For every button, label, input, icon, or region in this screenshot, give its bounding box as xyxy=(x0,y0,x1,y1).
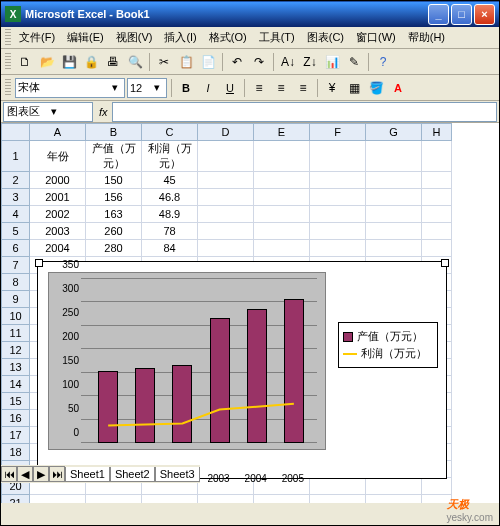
font-color-button[interactable]: A xyxy=(388,78,408,98)
fill-color-button[interactable]: 🪣 xyxy=(366,78,386,98)
cell[interactable]: 2000 xyxy=(30,172,86,189)
select-all[interactable] xyxy=(2,124,30,141)
col-header[interactable]: H xyxy=(422,124,452,141)
grip-icon[interactable] xyxy=(5,29,11,47)
align-center-button[interactable]: ≡ xyxy=(271,78,291,98)
sheet-tab[interactable]: Sheet1 xyxy=(65,467,110,482)
cell[interactable] xyxy=(366,141,422,172)
paste-button[interactable]: 📄 xyxy=(198,52,218,72)
close-button[interactable]: × xyxy=(474,4,495,25)
new-button[interactable]: 🗋 xyxy=(15,52,35,72)
cell[interactable]: 78 xyxy=(142,223,198,240)
cell[interactable]: 年份 xyxy=(30,141,86,172)
save-button[interactable]: 💾 xyxy=(59,52,79,72)
font-size-combo[interactable]: 12▾ xyxy=(127,78,167,98)
menu-file[interactable]: 文件(F) xyxy=(13,28,61,47)
grip-icon[interactable] xyxy=(5,79,11,97)
sheet-tab[interactable]: Sheet2 xyxy=(110,467,155,482)
underline-button[interactable]: U xyxy=(220,78,240,98)
row-header[interactable]: 7 xyxy=(2,257,30,274)
help-button[interactable]: ? xyxy=(373,52,393,72)
col-header[interactable]: F xyxy=(310,124,366,141)
row-header[interactable]: 4 xyxy=(2,206,30,223)
row-header[interactable]: 6 xyxy=(2,240,30,257)
preview-button[interactable]: 🔍 xyxy=(125,52,145,72)
row-header[interactable]: 10 xyxy=(2,308,30,325)
worksheet-area[interactable]: A B C D E F G H 1年份产值（万元）利润（万元） 22000150… xyxy=(1,123,499,503)
cell[interactable]: 2003 xyxy=(30,223,86,240)
col-header[interactable]: G xyxy=(366,124,422,141)
permission-button[interactable]: 🔒 xyxy=(81,52,101,72)
col-header[interactable]: C xyxy=(142,124,198,141)
cell[interactable]: 45 xyxy=(142,172,198,189)
col-header[interactable]: B xyxy=(86,124,142,141)
menu-chart[interactable]: 图表(C) xyxy=(301,28,350,47)
drawing-button[interactable]: ✎ xyxy=(344,52,364,72)
chevron-down-icon[interactable]: ▾ xyxy=(48,105,92,118)
menu-edit[interactable]: 编辑(E) xyxy=(61,28,110,47)
undo-button[interactable]: ↶ xyxy=(227,52,247,72)
formula-input[interactable] xyxy=(112,102,497,122)
grip-icon[interactable] xyxy=(5,53,11,71)
name-box[interactable]: 图表区▾ xyxy=(3,102,93,122)
sort-asc-button[interactable]: A↓ xyxy=(278,52,298,72)
cell[interactable]: 150 xyxy=(86,172,142,189)
row-header[interactable]: 2 xyxy=(2,172,30,189)
align-left-button[interactable]: ≡ xyxy=(249,78,269,98)
cell[interactable] xyxy=(254,141,310,172)
menu-help[interactable]: 帮助(H) xyxy=(402,28,451,47)
row-header[interactable]: 18 xyxy=(2,444,30,461)
cell[interactable] xyxy=(422,141,452,172)
cell[interactable]: 48.9 xyxy=(142,206,198,223)
tab-nav-last[interactable]: ⏭ xyxy=(49,466,65,482)
cut-button[interactable]: ✂ xyxy=(154,52,174,72)
cell[interactable]: 利润（万元） xyxy=(142,141,198,172)
cell[interactable]: 280 xyxy=(86,240,142,257)
row-header[interactable]: 5 xyxy=(2,223,30,240)
fx-button[interactable]: fx xyxy=(95,106,112,118)
col-header[interactable]: A xyxy=(30,124,86,141)
menu-tools[interactable]: 工具(T) xyxy=(253,28,301,47)
cell[interactable]: 260 xyxy=(86,223,142,240)
chart-plot-area[interactable]: 050100150200250300350 xyxy=(48,272,326,450)
redo-button[interactable]: ↷ xyxy=(249,52,269,72)
bold-button[interactable]: B xyxy=(176,78,196,98)
cell[interactable]: 2002 xyxy=(30,206,86,223)
minimize-button[interactable]: _ xyxy=(428,4,449,25)
row-header[interactable]: 15 xyxy=(2,393,30,410)
copy-button[interactable]: 📋 xyxy=(176,52,196,72)
cell[interactable]: 84 xyxy=(142,240,198,257)
align-right-button[interactable]: ≡ xyxy=(293,78,313,98)
cell[interactable]: 产值（万元） xyxy=(86,141,142,172)
currency-button[interactable]: ¥ xyxy=(322,78,342,98)
menu-insert[interactable]: 插入(I) xyxy=(158,28,202,47)
chart-legend[interactable]: 产值（万元） 利润（万元） xyxy=(338,322,438,368)
cell[interactable]: 2001 xyxy=(30,189,86,206)
cell[interactable] xyxy=(310,141,366,172)
row-header[interactable]: 3 xyxy=(2,189,30,206)
row-header[interactable]: 11 xyxy=(2,325,30,342)
row-header[interactable]: 16 xyxy=(2,410,30,427)
row-header[interactable]: 21 xyxy=(2,495,30,504)
cell[interactable] xyxy=(198,141,254,172)
chevron-down-icon[interactable]: ▾ xyxy=(108,81,122,94)
cell[interactable]: 46.8 xyxy=(142,189,198,206)
sort-desc-button[interactable]: Z↓ xyxy=(300,52,320,72)
cell[interactable]: 163 xyxy=(86,206,142,223)
italic-button[interactable]: I xyxy=(198,78,218,98)
cell[interactable]: 156 xyxy=(86,189,142,206)
row-header[interactable]: 8 xyxy=(2,274,30,291)
maximize-button[interactable]: □ xyxy=(451,4,472,25)
cell[interactable]: 2004 xyxy=(30,240,86,257)
row-header[interactable]: 1 xyxy=(2,141,30,172)
tab-nav-next[interactable]: ▶ xyxy=(33,466,49,482)
open-button[interactable]: 📂 xyxy=(37,52,57,72)
tab-nav-first[interactable]: ⏮ xyxy=(1,466,17,482)
row-header[interactable]: 9 xyxy=(2,291,30,308)
menu-window[interactable]: 窗口(W) xyxy=(350,28,402,47)
col-header[interactable]: E xyxy=(254,124,310,141)
menu-format[interactable]: 格式(O) xyxy=(203,28,253,47)
row-header[interactable]: 17 xyxy=(2,427,30,444)
borders-button[interactable]: ▦ xyxy=(344,78,364,98)
col-header[interactable]: D xyxy=(198,124,254,141)
